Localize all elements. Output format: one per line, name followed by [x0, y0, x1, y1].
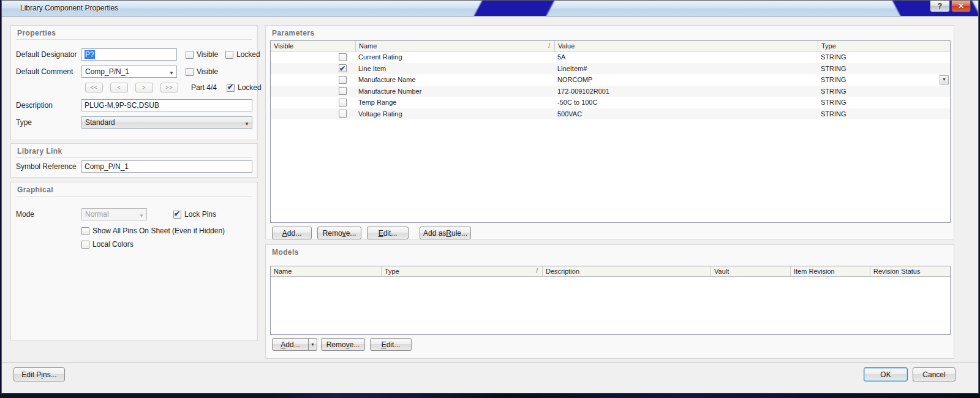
- chevron-down-icon[interactable]: ▼: [169, 68, 174, 79]
- row-visible-checkbox[interactable]: [339, 110, 347, 118]
- param-type-cell: STRING: [818, 86, 950, 97]
- show-all-pins-checkbox[interactable]: Show All Pins On Sheet (Even if Hidden): [81, 227, 225, 235]
- divider: [16, 39, 252, 40]
- table-row[interactable]: Voltage Rating500VACSTRING: [271, 108, 950, 120]
- parameters-edit-button[interactable]: Edit...: [367, 227, 409, 239]
- models-add-button[interactable]: Add...: [272, 338, 309, 351]
- selected-text: P?: [85, 50, 95, 59]
- symbol-reference-label: Symbol Reference: [16, 160, 77, 173]
- param-name-cell: Temp Range: [355, 97, 554, 108]
- checkbox[interactable]: [81, 227, 89, 235]
- library-link-panel: Library Link Symbol Reference Comp_P/N_1: [10, 143, 258, 178]
- symbol-reference-input[interactable]: Comp_P/N_1: [81, 160, 252, 173]
- row-visible-checkbox[interactable]: [339, 76, 347, 84]
- column-header-visible[interactable]: Visible: [271, 41, 355, 51]
- type-label: Type: [16, 116, 32, 129]
- column-header-type[interactable]: Type /: [381, 266, 542, 276]
- table-row[interactable]: Manufacture NameNORCOMPSTRING▼: [271, 74, 950, 86]
- titlebar: Library Component Properties ? ✕: [2, 1, 978, 17]
- combo-value: Standard: [85, 118, 115, 127]
- column-header-item-revision[interactable]: Item Revision: [790, 266, 870, 276]
- checkbox-label: Locked: [238, 83, 262, 92]
- default-comment-combo[interactable]: Comp_P/N_1 ▼: [81, 66, 177, 78]
- ok-button[interactable]: OK: [864, 367, 908, 381]
- row-visible-checkbox[interactable]: [339, 53, 347, 61]
- checkbox-label: Locked: [236, 50, 260, 59]
- type-combo[interactable]: Standard ▼: [81, 116, 252, 129]
- models-section-title: Models: [272, 248, 299, 257]
- description-input[interactable]: PLUG-M,9P-SC,DSUB: [81, 99, 252, 111]
- models-table[interactable]: Name Type / Description Vault Item Revis…: [270, 266, 951, 335]
- wallpaper-swirl: [473, 1, 557, 17]
- param-type-cell: STRING: [818, 51, 950, 63]
- row-visible-checkbox[interactable]: [339, 64, 347, 72]
- param-value-cell: 500VAC: [554, 108, 818, 120]
- properties-panel: Properties Default Designator P? Visible…: [10, 25, 258, 140]
- library-link-section-title: Library Link: [17, 147, 62, 156]
- cancel-button[interactable]: Cancel: [913, 367, 956, 381]
- column-header-value[interactable]: Value: [554, 41, 818, 51]
- models-table-header[interactable]: Name Type / Description Vault Item Revis…: [271, 266, 950, 277]
- models-remove-button[interactable]: Remove...: [321, 338, 365, 351]
- param-type-cell: STRING: [818, 63, 950, 75]
- part-prev-button[interactable]: <: [110, 83, 128, 92]
- checkbox[interactable]: [227, 84, 235, 92]
- part-last-button[interactable]: >>: [160, 83, 178, 92]
- column-header-label: Name: [359, 41, 377, 51]
- graphical-section-title: Graphical: [17, 186, 53, 194]
- part-locked-checkbox[interactable]: Locked: [227, 83, 262, 92]
- table-row[interactable]: Manufacture Number172-009102R001STRING: [271, 86, 950, 97]
- parameters-section-title: Parameters: [272, 29, 314, 37]
- param-type-cell: STRING▼: [818, 74, 950, 86]
- row-visible-checkbox[interactable]: [339, 87, 347, 95]
- sort-ascending-icon: /: [548, 41, 551, 51]
- local-colors-checkbox[interactable]: Local Colors: [81, 240, 134, 249]
- column-header-revision-status[interactable]: Revision Status: [870, 266, 950, 276]
- edit-pins-button[interactable]: Edit Pins...: [13, 367, 65, 381]
- window-title: Library Component Properties: [20, 4, 118, 12]
- part-first-button[interactable]: <<: [85, 83, 103, 92]
- checkbox[interactable]: [186, 68, 194, 76]
- chevron-down-icon[interactable]: ▼: [244, 119, 249, 130]
- table-row[interactable]: Line ItemLineItem#STRING: [271, 63, 950, 75]
- checkbox-label: Visible: [197, 50, 218, 59]
- part-next-button[interactable]: >: [135, 83, 153, 92]
- checkbox[interactable]: [186, 51, 194, 59]
- properties-section-title: Properties: [17, 29, 56, 37]
- parameters-add-as-rule-button[interactable]: Add as Rule...: [420, 227, 471, 239]
- param-name-cell: Manufacture Name: [355, 74, 554, 86]
- models-edit-button[interactable]: Edit...: [370, 338, 412, 351]
- models-add-dropdown-button[interactable]: ▼: [309, 338, 317, 351]
- comment-visible-checkbox[interactable]: Visible: [186, 67, 218, 76]
- param-value-cell: 5A: [554, 51, 818, 63]
- row-visible-checkbox[interactable]: [339, 99, 347, 107]
- column-header-name[interactable]: Name: [271, 266, 381, 276]
- lock-pins-checkbox[interactable]: Lock Pins: [173, 210, 216, 219]
- cell-dropdown-button[interactable]: ▼: [940, 75, 949, 84]
- parameters-table-body[interactable]: Current Rating5ASTRINGLine ItemLineItem#…: [271, 51, 950, 119]
- param-name-cell: Voltage Rating: [355, 108, 554, 120]
- param-type-cell: STRING: [818, 97, 950, 108]
- default-designator-input[interactable]: P?: [81, 48, 177, 61]
- param-value-cell: -50C to 100C: [554, 97, 818, 108]
- checkbox[interactable]: [225, 51, 233, 59]
- table-row[interactable]: Temp Range-50C to 100CSTRING: [271, 97, 950, 108]
- designator-visible-checkbox[interactable]: Visible: [186, 50, 218, 59]
- parameters-table-header[interactable]: Visible Name / Value Type: [271, 41, 950, 51]
- parameters-table[interactable]: Visible Name / Value Type Current Rating…: [270, 40, 951, 223]
- help-button[interactable]: ?: [930, 1, 950, 12]
- parameters-add-button[interactable]: Add...: [272, 227, 312, 239]
- checkbox[interactable]: [173, 211, 181, 219]
- close-button[interactable]: ✕: [951, 1, 971, 12]
- column-header-type[interactable]: Type: [818, 41, 950, 51]
- designator-locked-checkbox[interactable]: Locked: [225, 50, 260, 59]
- column-header-description[interactable]: Description: [542, 266, 710, 276]
- checkbox-label: Show All Pins On Sheet (Even if Hidden): [92, 227, 225, 235]
- desktop-wallpaper-strip: [0, 394, 980, 398]
- column-header-name[interactable]: Name /: [355, 41, 554, 51]
- checkbox[interactable]: [81, 241, 89, 249]
- column-header-vault[interactable]: Vault: [710, 266, 790, 276]
- param-type-cell: STRING: [818, 108, 950, 120]
- table-row[interactable]: Current Rating5ASTRING: [271, 51, 950, 63]
- parameters-remove-button[interactable]: Remove...: [317, 227, 361, 239]
